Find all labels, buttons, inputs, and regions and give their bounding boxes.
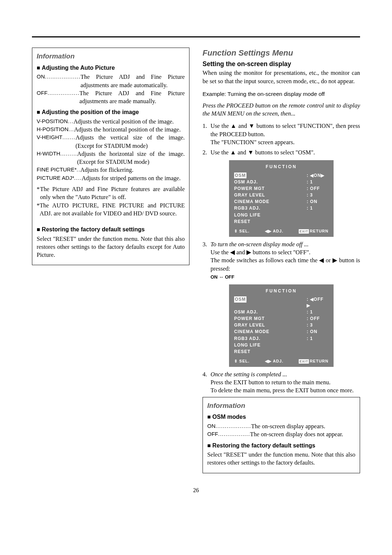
info2-title: Information (207, 401, 355, 410)
heading-auto-picture: Adjusting the Auto Picture (37, 64, 185, 72)
osd1-footer: ⇕ SEL. ◀▶ ADJ. EXITRETURN (234, 228, 328, 234)
heading-position: Adjusting the position of the image (37, 108, 185, 116)
osd2-footer: ⇕ SEL. ◀▶ ADJ. EXITRETURN (234, 358, 328, 364)
def-on: ON ................... The Picture ADJ a… (37, 73, 185, 89)
footnote-2: * The AUTO PICTURE, FINE PICTURE and PIC… (37, 202, 185, 218)
information-title: Information (37, 52, 185, 61)
def-off-val: The Picture ADJ and Fine Picture adjustm… (79, 89, 185, 106)
step-2: 2. Use the ▲ and ▼ buttons to select "OS… (203, 149, 360, 157)
two-column-layout: Information Adjusting the Auto Picture O… (32, 48, 360, 473)
term-off: OFF (37, 89, 48, 97)
left-column: Information Adjusting the Auto Picture O… (32, 48, 189, 265)
def-on-val: The Picture ADJ and Fine Picture adjustm… (81, 73, 185, 89)
osd-screenshot-2: FUNCTION OSM: ◀OFF ▶ OSM ADJ.: 1 POWER M… (229, 284, 334, 367)
heading-restore-right: Restoring the factory default settings (207, 442, 355, 450)
page-number: 26 (32, 486, 360, 494)
information-box-right: Information OSM modes ON ...............… (203, 397, 360, 473)
example-text: Example: Turning the on-screen display m… (203, 90, 360, 98)
def-picadj: PICTURE ADJ* .... Adjusts for striped pa… (37, 174, 185, 182)
osd-screenshot-1: FUNCTION OSM: ◀ON▶ OSM ADJ.: 1 POWER MGT… (229, 160, 334, 237)
step-3: 3. To turn the on-screen display mode of… (203, 240, 360, 281)
right-column: Function Settings Menu Setting the on-sc… (203, 48, 360, 473)
subhead: Setting the on-screen display (203, 60, 360, 69)
dots: ................. (48, 89, 79, 97)
osm-off: OFF ................. The on-screen disp… (207, 430, 355, 438)
term-on: ON (37, 73, 45, 80)
def-off: OFF ................. The Picture ADJ an… (37, 89, 185, 106)
def-hpos: H-POSITION ... Adjusts the horizontal po… (37, 126, 185, 134)
footnote-1: * The Picture ADJ and Fine Picture featu… (37, 185, 185, 202)
osd2-title: FUNCTION (234, 288, 328, 294)
section-title: Function Settings Menu (203, 48, 360, 58)
heading-restore-left: Restoring the factory default settings (37, 226, 185, 234)
step-1: 1. Use the ▲ and ▼ buttons to select "FU… (203, 122, 360, 146)
def-hwidth: H-WIDTH ......... Adjusts the horizontal… (37, 150, 185, 166)
preamble-text: Press the PROCEED button on the remote c… (203, 102, 360, 118)
page-rule (32, 36, 360, 37)
restore-body-right: Select "RESET" under the function menu. … (207, 451, 355, 467)
def-vheight: V-HEIGHT ....... Adjusts the vertical si… (37, 134, 185, 150)
def-finepic: FINE PICTURE* .. Adjusts for flickering. (37, 166, 185, 174)
def-vpos: V-POSITION ... Adjusts the vertical posi… (37, 118, 185, 126)
restore-body-left: Select "RESET" under the function menu. … (37, 235, 185, 259)
heading-osm-modes: OSM modes (207, 413, 355, 421)
information-box-left: Information Adjusting the Auto Picture O… (32, 48, 189, 265)
osm-on: ON ................... The on-screen dis… (207, 422, 355, 430)
step-4: 4. Once the setting is completed ... Pre… (203, 370, 360, 395)
osd1-title: FUNCTION (234, 164, 328, 170)
intro-text: When using the monitor for presentations… (203, 69, 360, 85)
dots: ................... (45, 73, 81, 80)
